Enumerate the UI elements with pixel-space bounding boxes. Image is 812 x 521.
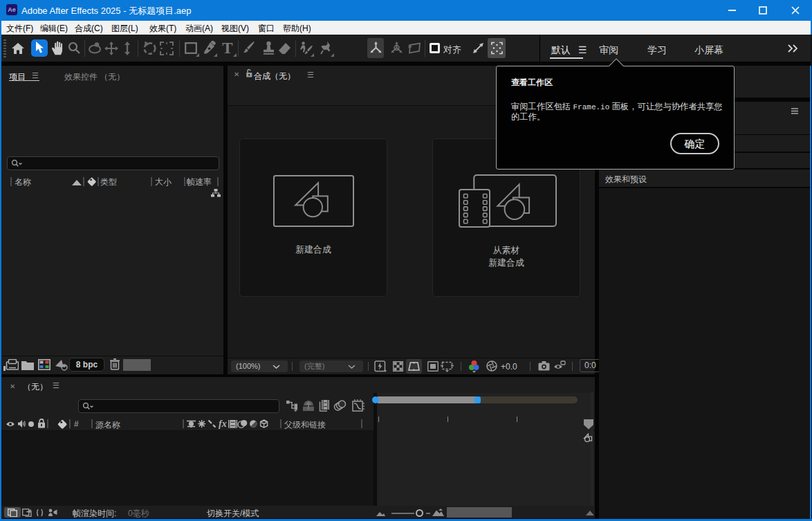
svg-text:fx: fx <box>219 419 227 429</box>
